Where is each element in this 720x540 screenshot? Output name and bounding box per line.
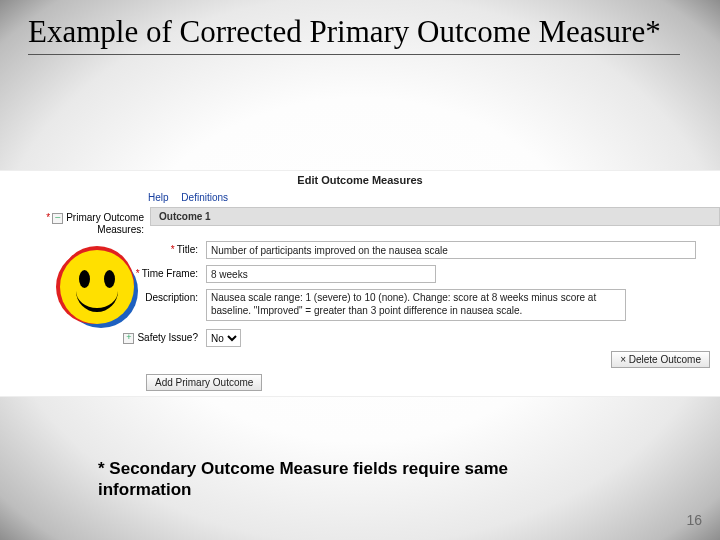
slide: Example of Corrected Primary Outcome Mea… (0, 0, 720, 540)
collapse-icon[interactable]: – (52, 213, 63, 224)
safety-label: +Safety Issue? (0, 329, 206, 344)
app-heading: Edit Outcome Measures (0, 174, 720, 186)
slide-title: Example of Corrected Primary Outcome Mea… (28, 14, 680, 55)
footnote-text: * Secondary Outcome Measure fields requi… (98, 458, 600, 501)
title-input[interactable] (206, 241, 696, 259)
page-number: 16 (686, 512, 702, 528)
help-links: Help Definitions (148, 192, 720, 203)
safety-row: +Safety Issue? No (0, 329, 720, 347)
section-label-text: Primary Outcome Measures: (66, 212, 144, 235)
definitions-link[interactable]: Definitions (181, 192, 228, 203)
add-primary-outcome-button[interactable]: Add Primary Outcome (146, 374, 262, 391)
required-asterisk: * (46, 212, 50, 223)
expand-icon[interactable]: + (123, 333, 134, 344)
safety-select[interactable]: No (206, 329, 241, 347)
smiley-icon (60, 250, 134, 324)
section-label: *–Primary Outcome Measures: (0, 207, 150, 235)
help-link[interactable]: Help (148, 192, 169, 203)
delete-outcome-button[interactable]: × Delete Outcome (611, 351, 710, 368)
description-input[interactable]: Nausea scale range: 1 (severe) to 10 (no… (206, 289, 626, 321)
primary-outcome-section: *–Primary Outcome Measures: Outcome 1 (0, 207, 720, 235)
delete-row: × Delete Outcome (0, 351, 720, 368)
outcome-header-bar: Outcome 1 (150, 207, 720, 226)
timeframe-input[interactable] (206, 265, 436, 283)
add-row: Add Primary Outcome (146, 374, 720, 391)
